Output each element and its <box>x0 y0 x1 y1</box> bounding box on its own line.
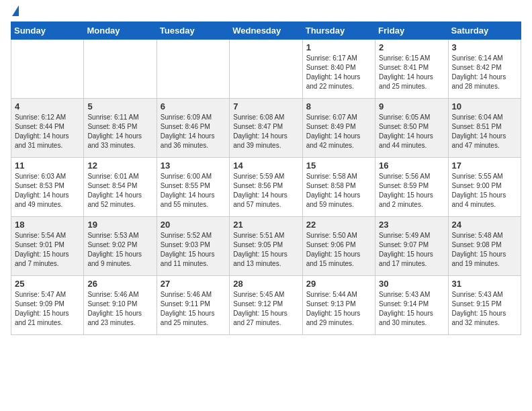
day-number: 10 <box>452 101 517 111</box>
day-number: 22 <box>306 220 371 230</box>
calendar-cell <box>84 40 157 99</box>
day-info: Sunrise: 6:15 AM Sunset: 8:41 PM Dayligh… <box>379 54 444 91</box>
day-number: 11 <box>15 161 80 171</box>
calendar-cell: 31Sunrise: 5:43 AM Sunset: 9:15 PM Dayli… <box>448 276 521 335</box>
day-number: 2 <box>379 42 444 52</box>
calendar-cell: 15Sunrise: 5:58 AM Sunset: 8:58 PM Dayli… <box>302 158 375 217</box>
day-info: Sunrise: 5:49 AM Sunset: 9:07 PM Dayligh… <box>379 231 444 269</box>
calendar-week-4: 18Sunrise: 5:54 AM Sunset: 9:01 PM Dayli… <box>11 217 521 276</box>
day-info: Sunrise: 6:05 AM Sunset: 8:50 PM Dayligh… <box>379 113 444 150</box>
day-number: 21 <box>233 220 298 230</box>
day-info: Sunrise: 6:00 AM Sunset: 8:55 PM Dayligh… <box>161 172 226 210</box>
weekday-header-monday: Monday <box>84 22 157 40</box>
day-info: Sunrise: 5:56 AM Sunset: 8:59 PM Dayligh… <box>379 172 444 210</box>
day-number: 14 <box>233 161 298 171</box>
day-number: 9 <box>379 101 444 111</box>
weekday-header-thursday: Thursday <box>302 22 375 40</box>
calendar-week-3: 11Sunrise: 6:03 AM Sunset: 8:53 PM Dayli… <box>11 158 521 217</box>
day-number: 1 <box>306 42 371 52</box>
day-info: Sunrise: 6:08 AM Sunset: 8:47 PM Dayligh… <box>233 113 298 150</box>
day-number: 23 <box>379 220 444 230</box>
calendar-cell: 26Sunrise: 5:46 AM Sunset: 9:10 PM Dayli… <box>84 276 157 335</box>
day-number: 8 <box>306 101 371 111</box>
calendar-cell <box>11 40 84 99</box>
day-number: 31 <box>452 279 517 289</box>
calendar-week-5: 25Sunrise: 5:47 AM Sunset: 9:09 PM Dayli… <box>11 276 521 335</box>
calendar-cell: 10Sunrise: 6:04 AM Sunset: 8:51 PM Dayli… <box>448 99 521 158</box>
calendar-table: SundayMondayTuesdayWednesdayThursdayFrid… <box>11 21 521 335</box>
calendar-cell: 5Sunrise: 6:11 AM Sunset: 8:45 PM Daylig… <box>84 99 157 158</box>
calendar-cell: 25Sunrise: 5:47 AM Sunset: 9:09 PM Dayli… <box>11 276 84 335</box>
calendar-cell <box>230 40 302 99</box>
calendar-cell: 21Sunrise: 5:51 AM Sunset: 9:05 PM Dayli… <box>230 217 302 276</box>
day-number: 19 <box>87 220 152 230</box>
calendar-cell: 9Sunrise: 6:05 AM Sunset: 8:50 PM Daylig… <box>375 99 448 158</box>
calendar-cell: 6Sunrise: 6:09 AM Sunset: 8:46 PM Daylig… <box>157 99 229 158</box>
day-number: 15 <box>306 161 371 171</box>
day-info: Sunrise: 5:53 AM Sunset: 9:02 PM Dayligh… <box>87 231 152 269</box>
calendar-cell: 16Sunrise: 5:56 AM Sunset: 8:59 PM Dayli… <box>375 158 448 217</box>
day-number: 17 <box>452 161 517 171</box>
day-number: 18 <box>15 220 80 230</box>
calendar-header: SundayMondayTuesdayWednesdayThursdayFrid… <box>11 22 521 40</box>
calendar-cell: 18Sunrise: 5:54 AM Sunset: 9:01 PM Dayli… <box>11 217 84 276</box>
day-info: Sunrise: 5:52 AM Sunset: 9:03 PM Dayligh… <box>161 231 226 269</box>
calendar-cell: 17Sunrise: 5:55 AM Sunset: 9:00 PM Dayli… <box>448 158 521 217</box>
day-info: Sunrise: 5:48 AM Sunset: 9:08 PM Dayligh… <box>452 231 517 269</box>
day-info: Sunrise: 6:12 AM Sunset: 8:44 PM Dayligh… <box>15 113 80 150</box>
weekday-header-sunday: Sunday <box>11 22 84 40</box>
day-info: Sunrise: 5:54 AM Sunset: 9:01 PM Dayligh… <box>15 231 80 269</box>
day-info: Sunrise: 6:11 AM Sunset: 8:45 PM Dayligh… <box>87 113 152 150</box>
day-info: Sunrise: 6:03 AM Sunset: 8:53 PM Dayligh… <box>15 172 80 210</box>
calendar-cell: 7Sunrise: 6:08 AM Sunset: 8:47 PM Daylig… <box>230 99 302 158</box>
day-info: Sunrise: 6:17 AM Sunset: 8:40 PM Dayligh… <box>306 54 371 91</box>
calendar-body: 1Sunrise: 6:17 AM Sunset: 8:40 PM Daylig… <box>11 40 521 335</box>
day-number: 27 <box>161 279 226 289</box>
day-info: Sunrise: 5:58 AM Sunset: 8:58 PM Dayligh… <box>306 172 371 210</box>
day-number: 20 <box>161 220 226 230</box>
weekday-row: SundayMondayTuesdayWednesdayThursdayFrid… <box>11 22 521 40</box>
calendar-cell: 22Sunrise: 5:50 AM Sunset: 9:06 PM Dayli… <box>302 217 375 276</box>
day-number: 12 <box>87 161 152 171</box>
day-number: 16 <box>379 161 444 171</box>
day-number: 30 <box>379 279 444 289</box>
calendar-week-1: 1Sunrise: 6:17 AM Sunset: 8:40 PM Daylig… <box>11 40 521 99</box>
day-info: Sunrise: 5:46 AM Sunset: 9:11 PM Dayligh… <box>161 290 226 328</box>
weekday-header-tuesday: Tuesday <box>157 22 229 40</box>
calendar-cell: 27Sunrise: 5:46 AM Sunset: 9:11 PM Dayli… <box>157 276 229 335</box>
day-number: 13 <box>161 161 226 171</box>
day-info: Sunrise: 5:59 AM Sunset: 8:56 PM Dayligh… <box>233 172 298 210</box>
day-number: 3 <box>452 42 517 52</box>
calendar-cell: 20Sunrise: 5:52 AM Sunset: 9:03 PM Dayli… <box>157 217 229 276</box>
calendar-cell: 14Sunrise: 5:59 AM Sunset: 8:56 PM Dayli… <box>230 158 302 217</box>
day-info: Sunrise: 5:43 AM Sunset: 9:14 PM Dayligh… <box>379 290 444 328</box>
day-number: 29 <box>306 279 371 289</box>
calendar-week-2: 4Sunrise: 6:12 AM Sunset: 8:44 PM Daylig… <box>11 99 521 158</box>
day-info: Sunrise: 5:50 AM Sunset: 9:06 PM Dayligh… <box>306 231 371 269</box>
calendar-cell: 24Sunrise: 5:48 AM Sunset: 9:08 PM Dayli… <box>448 217 521 276</box>
day-number: 7 <box>233 101 298 111</box>
day-info: Sunrise: 6:07 AM Sunset: 8:49 PM Dayligh… <box>306 113 371 150</box>
weekday-header-wednesday: Wednesday <box>230 22 302 40</box>
calendar-cell: 1Sunrise: 6:17 AM Sunset: 8:40 PM Daylig… <box>302 40 375 99</box>
calendar-cell: 19Sunrise: 5:53 AM Sunset: 9:02 PM Dayli… <box>84 217 157 276</box>
weekday-header-friday: Friday <box>375 22 448 40</box>
page-container: SundayMondayTuesdayWednesdayThursdayFrid… <box>0 0 532 346</box>
calendar-cell: 3Sunrise: 6:14 AM Sunset: 8:42 PM Daylig… <box>448 40 521 99</box>
calendar-cell: 11Sunrise: 6:03 AM Sunset: 8:53 PM Dayli… <box>11 158 84 217</box>
day-info: Sunrise: 5:43 AM Sunset: 9:15 PM Dayligh… <box>452 290 517 328</box>
weekday-header-saturday: Saturday <box>448 22 521 40</box>
day-number: 4 <box>15 101 80 111</box>
day-info: Sunrise: 5:47 AM Sunset: 9:09 PM Dayligh… <box>15 290 80 328</box>
calendar-cell: 23Sunrise: 5:49 AM Sunset: 9:07 PM Dayli… <box>375 217 448 276</box>
calendar-cell: 28Sunrise: 5:45 AM Sunset: 9:12 PM Dayli… <box>230 276 302 335</box>
day-number: 25 <box>15 279 80 289</box>
day-info: Sunrise: 6:09 AM Sunset: 8:46 PM Dayligh… <box>161 113 226 150</box>
day-number: 24 <box>452 220 517 230</box>
day-info: Sunrise: 5:55 AM Sunset: 9:00 PM Dayligh… <box>452 172 517 210</box>
day-info: Sunrise: 6:14 AM Sunset: 8:42 PM Dayligh… <box>452 54 517 91</box>
day-info: Sunrise: 6:04 AM Sunset: 8:51 PM Dayligh… <box>452 113 517 150</box>
calendar-cell: 8Sunrise: 6:07 AM Sunset: 8:49 PM Daylig… <box>302 99 375 158</box>
day-number: 28 <box>233 279 298 289</box>
day-info: Sunrise: 5:51 AM Sunset: 9:05 PM Dayligh… <box>233 231 298 269</box>
